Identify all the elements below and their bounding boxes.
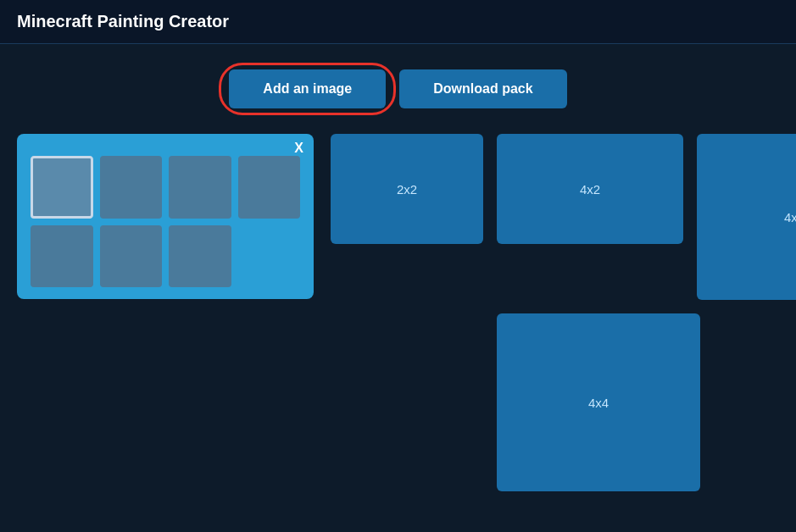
download-pack-button[interactable]: Download pack bbox=[399, 69, 566, 108]
thumbnail-item[interactable] bbox=[100, 225, 163, 288]
thumbnail-item[interactable] bbox=[100, 156, 163, 219]
painting-card-4x2[interactable]: 4x2 bbox=[497, 134, 683, 244]
app-title: Minecraft Painting Creator bbox=[17, 12, 779, 31]
thumbnail-item[interactable] bbox=[169, 225, 231, 288]
close-button[interactable]: X bbox=[294, 141, 303, 156]
main-content: Add an image Download pack X 2x2 bbox=[0, 44, 796, 517]
add-image-button[interactable]: Add an image bbox=[229, 69, 386, 108]
painting-card-4x4[interactable]: 4x4 bbox=[497, 313, 700, 491]
painting-row-2: 4x4 bbox=[331, 313, 796, 491]
app-header: Minecraft Painting Creator bbox=[0, 0, 796, 44]
painting-card-2x2[interactable]: 2x2 bbox=[331, 134, 483, 244]
thumbnail-item[interactable] bbox=[238, 156, 301, 219]
painting-card-4x3[interactable]: 4x3 bbox=[697, 134, 796, 300]
thumbnail-item[interactable] bbox=[31, 225, 93, 288]
canvas-area: X 2x2 4x2 4x3 bbox=[17, 134, 779, 491]
painting-row-1: 2x2 4x2 4x3 bbox=[331, 134, 796, 300]
thumbnail-item[interactable] bbox=[169, 156, 231, 219]
painting-grid: 2x2 4x2 4x3 4x4 bbox=[331, 134, 796, 491]
image-selector-panel: X bbox=[17, 134, 314, 299]
thumbnail-grid bbox=[31, 156, 300, 287]
toolbar: Add an image Download pack bbox=[17, 69, 779, 108]
spacer bbox=[331, 313, 483, 491]
thumbnail-item[interactable] bbox=[31, 156, 93, 219]
